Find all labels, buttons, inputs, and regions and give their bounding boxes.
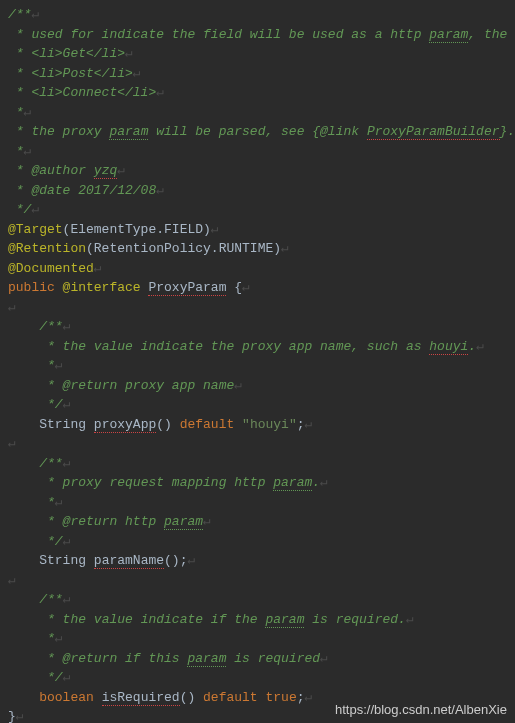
- code-line: /**↵: [8, 454, 507, 474]
- code-token: ): [203, 222, 211, 237]
- code-token: [8, 358, 39, 373]
- code-token: * <li>Post</li>: [8, 66, 133, 81]
- code-token: ProxyParam: [148, 280, 226, 296]
- code-token: param: [265, 612, 304, 628]
- code-token: ↵: [156, 85, 164, 100]
- code-token: /**: [39, 319, 62, 334]
- code-line: * <li>Get</li>↵: [8, 44, 507, 64]
- code-token: ↵: [242, 280, 250, 295]
- code-token: ↵: [305, 417, 313, 432]
- code-line: @Target(ElementType.FIELD)↵: [8, 220, 507, 240]
- code-token: * @return if this: [39, 651, 187, 666]
- code-token: * <li>Connect</li>: [8, 85, 156, 100]
- code-token: ↵: [133, 66, 141, 81]
- code-token: [8, 514, 39, 529]
- code-token: param: [187, 651, 226, 667]
- code-line: *↵: [8, 142, 507, 162]
- code-token: "houyi": [242, 417, 297, 432]
- code-line: */↵: [8, 668, 507, 688]
- code-token: ↵: [8, 436, 16, 451]
- code-token: ↵: [63, 319, 71, 334]
- code-line: *↵: [8, 493, 507, 513]
- code-line: ↵: [8, 434, 507, 454]
- code-token: [8, 612, 39, 627]
- code-token: *: [8, 144, 24, 159]
- code-line: String paramName();↵: [8, 551, 507, 571]
- code-line: *↵: [8, 356, 507, 376]
- code-token: [8, 495, 39, 510]
- code-token: @Documented: [8, 261, 94, 276]
- code-token: [8, 319, 39, 334]
- code-token: ↵: [31, 7, 39, 22]
- code-line: *↵: [8, 103, 507, 123]
- code-line: */↵: [8, 200, 507, 220]
- code-token: (): [180, 690, 203, 705]
- code-token: .: [468, 339, 476, 354]
- code-token: ↵: [63, 670, 71, 685]
- code-token: * @date 2017/12/08: [8, 183, 156, 198]
- code-token: ↵: [320, 475, 328, 490]
- code-token: */: [39, 670, 62, 685]
- code-token: ↵: [55, 495, 63, 510]
- code-token: ↵: [117, 163, 125, 178]
- code-token: ↵: [305, 690, 313, 705]
- code-token: ProxyParamBuilder: [367, 124, 500, 140]
- code-token: default true: [203, 690, 297, 705]
- code-token: * @author: [8, 163, 94, 178]
- code-token: String: [8, 417, 94, 432]
- code-token: [8, 690, 39, 705]
- code-token: ↵: [8, 300, 16, 315]
- code-token: }.: [500, 124, 516, 139]
- code-line: ↵: [8, 571, 507, 591]
- code-token: [8, 339, 39, 354]
- code-token: * the value indicate the proxy app name,…: [39, 339, 429, 354]
- code-token: proxyApp: [94, 417, 156, 433]
- code-token: isRequired: [102, 690, 180, 706]
- code-line: *↵: [8, 629, 507, 649]
- code-token: /**: [39, 592, 62, 607]
- code-token: [8, 475, 39, 490]
- code-line: * <li>Post</li>↵: [8, 64, 507, 84]
- code-token: @Retention: [8, 241, 86, 256]
- code-token: /**: [39, 456, 62, 471]
- code-token: public: [8, 280, 63, 295]
- code-token: (RetentionPolicy.: [86, 241, 219, 256]
- code-token: RUNTIME: [219, 241, 274, 256]
- code-token: * @return http: [39, 514, 164, 529]
- code-line: */↵: [8, 395, 507, 415]
- code-token: (): [156, 417, 179, 432]
- code-token: [8, 592, 39, 607]
- code-line: * @author yzq↵: [8, 161, 507, 181]
- code-editor[interactable]: /**↵ * used for indicate the field will …: [8, 5, 507, 723]
- code-line: @Retention(RetentionPolicy.RUNTIME)↵: [8, 239, 507, 259]
- code-token: boolean: [39, 690, 101, 705]
- code-token: .: [312, 475, 320, 490]
- code-line: String proxyApp() default "houyi";↵: [8, 415, 507, 435]
- code-token: [8, 534, 39, 549]
- code-token: ↵: [281, 241, 289, 256]
- code-token: ↵: [55, 358, 63, 373]
- code-token: ↵: [55, 631, 63, 646]
- code-line: * @return http param↵: [8, 512, 507, 532]
- code-token: ↵: [125, 46, 133, 61]
- code-line: public @interface ProxyParam {↵: [8, 278, 507, 298]
- code-token: ↵: [320, 651, 328, 666]
- code-token: ↵: [16, 709, 24, 723]
- code-token: ();: [164, 553, 187, 568]
- code-line: * @return proxy app name↵: [8, 376, 507, 396]
- watermark-text: https://blog.csdn.net/AlbenXie: [335, 700, 507, 720]
- code-token: */: [39, 397, 62, 412]
- code-token: [8, 378, 39, 393]
- code-token: ↵: [156, 183, 164, 198]
- code-token: * <li>Get</li>: [8, 46, 125, 61]
- code-token: param: [164, 514, 203, 530]
- code-token: */: [8, 202, 31, 217]
- code-token: *: [39, 631, 55, 646]
- code-token: @Target: [8, 222, 63, 237]
- code-token: ↵: [24, 105, 32, 120]
- code-token: param: [429, 27, 468, 43]
- code-token: [8, 651, 39, 666]
- code-token: yzq: [94, 163, 117, 179]
- code-token: will be parsed, see {@link: [148, 124, 366, 139]
- code-line: * @return if this param is required↵: [8, 649, 507, 669]
